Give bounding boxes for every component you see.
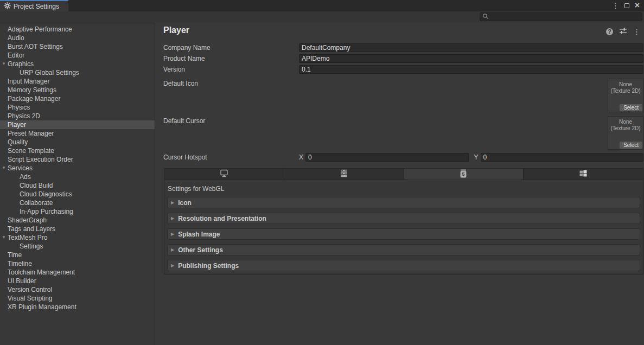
sidebar-item-label: Physics [8, 104, 30, 111]
sidebar-item-label: Memory Settings [8, 86, 56, 94]
close-icon[interactable] [635, 2, 640, 10]
sidebar-item-quality[interactable]: Quality [0, 138, 155, 146]
sidebar-item-tags-and-layers[interactable]: Tags and Layers [0, 225, 155, 233]
foldout-collapsed-icon: ▶ [171, 216, 174, 221]
search-input[interactable] [489, 14, 640, 20]
sidebar-item-in-app-purchasing[interactable]: In-App Purchasing [0, 207, 155, 216]
sidebar-item-label: Tags and Layers [8, 225, 55, 233]
sidebar-item-memory-settings[interactable]: Memory Settings [0, 86, 155, 94]
section-label: Resolution and Presentation [178, 215, 266, 222]
foldout-collapsed-icon: ▶ [171, 200, 174, 205]
sidebar-item-label: Cloud Build [20, 182, 53, 189]
sidebar-item-audio[interactable]: Audio [0, 34, 155, 42]
default-icon-label: Default Icon [163, 80, 198, 87]
sidebar-item-visual-scripting[interactable]: Visual Scripting [0, 294, 155, 303]
sidebar-item-adaptive-performance[interactable]: Adaptive Performance [0, 25, 155, 34]
sidebar-item-label: Time [8, 251, 22, 259]
sidebar-item-editor[interactable]: Editor [0, 51, 155, 60]
sidebar-item-scene-template[interactable]: Scene Template [0, 146, 155, 155]
sidebar-item-label: Preset Manager [8, 130, 54, 137]
maximize-icon[interactable] [624, 3, 629, 8]
x-axis-label: X [299, 154, 303, 161]
sidebar-item-label: Burst AOT Settings [8, 43, 63, 50]
default-icon-slot[interactable]: None(Texture 2D) Select [608, 79, 643, 112]
sidebar-item-label: Quality [8, 138, 28, 146]
sidebar-item-version-control[interactable]: Version Control [0, 285, 155, 294]
sidebar-item-label: ShaderGraph [8, 216, 47, 224]
foldout-expanded-icon[interactable]: ▼ [2, 60, 6, 68]
sidebar-item-xr-plugin-management[interactable]: XR Plugin Management [0, 303, 155, 311]
sidebar-item-physics-2d[interactable]: Physics 2D [0, 112, 155, 120]
sidebar-item-label: UI Builder [8, 277, 36, 285]
sidebar-item-cloud-build[interactable]: Cloud Build [0, 181, 155, 190]
sidebar-item-urp-global-settings[interactable]: URP Global Settings [0, 68, 155, 77]
cursor-hotspot-y-input[interactable] [481, 153, 643, 162]
sidebar-item-physics[interactable]: Physics [0, 103, 155, 112]
company-name-input[interactable] [299, 43, 643, 52]
product-name-input[interactable] [299, 54, 643, 63]
platform-tab-windows[interactable] [524, 169, 643, 180]
sidebar-item-label: Ads [20, 173, 31, 181]
sidebar-item-label: Cloud Diagnostics [20, 190, 72, 198]
section-header-splash-image[interactable]: ▶Splash Image [167, 228, 640, 240]
help-icon[interactable] [606, 28, 613, 35]
sidebar-item-collaborate[interactable]: Collaborate [0, 199, 155, 207]
search-icon [482, 13, 489, 21]
presets-icon[interactable] [619, 27, 627, 36]
sidebar-item-services[interactable]: ▼Services [0, 164, 155, 173]
project-settings-tab[interactable]: Project Settings [0, 0, 68, 11]
sidebar-item-label: TextMesh Pro [8, 234, 47, 241]
sidebar-item-input-manager[interactable]: Input Manager [0, 77, 155, 86]
sidebar-item-cloud-diagnostics[interactable]: Cloud Diagnostics [0, 190, 155, 199]
company-name-label: Company Name [163, 44, 299, 52]
section-header-icon[interactable]: ▶Icon [167, 197, 640, 208]
sidebar-item-script-execution-order[interactable]: Script Execution Order [0, 155, 155, 164]
platform-tab-standalone[interactable] [164, 169, 284, 180]
window-menu-icon[interactable] [612, 2, 619, 10]
sidebar-item-ads[interactable]: Ads [0, 173, 155, 181]
sidebar-item-label: Version Control [8, 286, 52, 293]
sidebar-item-time[interactable]: Time [0, 251, 155, 259]
section-header-publishing-settings[interactable]: ▶Publishing Settings [167, 260, 640, 271]
sidebar-item-settings[interactable]: Settings [0, 242, 155, 251]
cursor-hotspot-label: Cursor Hotspot [163, 154, 299, 161]
sidebar-item-preset-manager[interactable]: Preset Manager [0, 129, 155, 138]
settings-category-list: Adaptive PerformanceAudioBurst AOT Setti… [0, 23, 155, 345]
gear-icon [4, 2, 11, 11]
sidebar-item-toolchain-management[interactable]: Toolchain Management [0, 268, 155, 277]
sidebar-item-label: Audio [8, 34, 24, 42]
sidebar-item-player[interactable]: Player [0, 120, 155, 129]
sidebar-item-label: Collaborate [20, 199, 53, 207]
sidebar-item-label: Input Manager [8, 78, 49, 85]
toolbar [0, 11, 644, 23]
select-button[interactable]: Select [620, 142, 642, 149]
platform-settings-box: 5 Settings for WebGL ▶Icon▶Resolution an… [164, 168, 643, 274]
platform-tab-webgl[interactable]: 5 [404, 169, 524, 180]
foldout-expanded-icon[interactable]: ▼ [2, 164, 6, 173]
context-menu-icon[interactable] [633, 28, 640, 36]
sidebar-item-ui-builder[interactable]: UI Builder [0, 277, 155, 285]
section-header-resolution-and-presentation[interactable]: ▶Resolution and Presentation [167, 213, 640, 224]
sidebar-item-textmesh-pro[interactable]: ▼TextMesh Pro [0, 233, 155, 242]
version-input[interactable] [299, 65, 643, 74]
select-button[interactable]: Select [620, 104, 642, 111]
sidebar-item-shadergraph[interactable]: ShaderGraph [0, 216, 155, 225]
foldout-expanded-icon[interactable]: ▼ [2, 233, 6, 242]
platform-tab-dedicated-server[interactable] [284, 169, 404, 180]
sidebar-item-timeline[interactable]: Timeline [0, 259, 155, 268]
sidebar-item-label: Package Manager [8, 95, 60, 103]
section-header-other-settings[interactable]: ▶Other Settings [167, 244, 640, 255]
search-box[interactable] [480, 12, 642, 21]
sidebar-item-graphics[interactable]: ▼Graphics [0, 60, 155, 68]
sidebar-item-package-manager[interactable]: Package Manager [0, 94, 155, 103]
sidebar-item-burst-aot-settings[interactable]: Burst AOT Settings [0, 42, 155, 51]
sidebar-item-label: Timeline [8, 260, 32, 267]
cursor-hotspot-x-input[interactable] [305, 153, 468, 162]
page-title: Player [163, 25, 189, 35]
sidebar-item-label: In-App Purchasing [20, 208, 73, 215]
server-icon [340, 169, 348, 179]
default-cursor-slot[interactable]: None(Texture 2D) Select [608, 116, 643, 150]
sidebar-item-label: Script Execution Order [8, 156, 73, 163]
sidebar-item-label: Toolchain Management [8, 269, 75, 276]
sidebar-item-label: Player [8, 121, 26, 129]
